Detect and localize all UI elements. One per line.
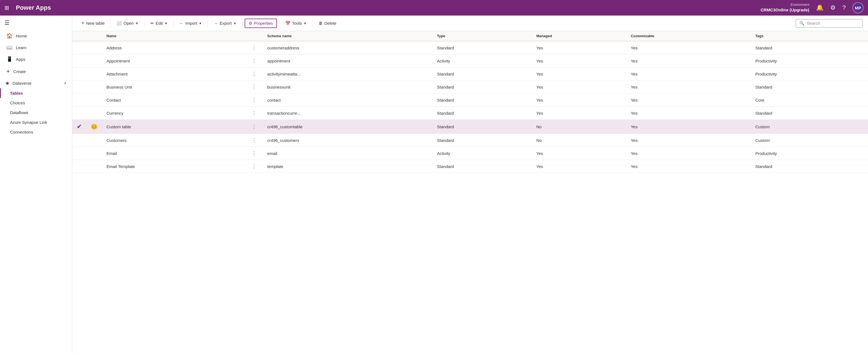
row-name-cell: Customers	[102, 134, 246, 147]
row-dots-cell[interactable]: ⋮	[246, 147, 263, 160]
row-schema-cell: template	[263, 160, 432, 173]
sidebar-item-home[interactable]: 🏠 Home	[0, 30, 72, 42]
avatar[interactable]: MP	[852, 2, 864, 13]
row-more-icon[interactable]: ⋮	[250, 97, 258, 103]
table-row[interactable]: Customers⋮cr496_customersStandardNoYesCu…	[72, 134, 868, 147]
create-icon: +	[6, 68, 10, 75]
open-icon: ⬜	[117, 21, 122, 26]
tools-button[interactable]: 📅 Tools ▼	[282, 19, 310, 28]
row-dots-cell[interactable]: ⋮	[246, 41, 263, 55]
help-icon[interactable]: ?	[842, 4, 846, 11]
new-table-button[interactable]: + New table	[78, 18, 108, 28]
col-type-header[interactable]: Type	[433, 31, 532, 41]
divider-6	[279, 20, 279, 27]
row-more-icon[interactable]: ⋮	[250, 137, 258, 144]
tools-icon: 📅	[285, 21, 290, 26]
table-row[interactable]: Attachment⋮activitymimeatta...StandardYe…	[72, 67, 868, 80]
row-managed-cell: Yes	[532, 55, 626, 67]
delete-button[interactable]: 🗑 Delete	[315, 19, 340, 28]
row-more-icon[interactable]: ⋮	[250, 110, 258, 116]
row-dots-cell[interactable]: ⋮	[246, 120, 263, 134]
table-area: Name Schema name Type Managed Customizab…	[72, 31, 868, 354]
row-dots-cell[interactable]: ⋮	[246, 67, 263, 80]
row-managed-cell: Yes	[532, 107, 626, 120]
sidebar-label-dataverse: Dataverse	[12, 81, 31, 85]
row-schema-cell: email	[263, 147, 432, 160]
import-button[interactable]: ← Import ▼	[176, 19, 206, 28]
sidebar-item-create[interactable]: + Create	[0, 65, 72, 78]
sidebar-label-dataflows: Dataflows	[10, 110, 28, 115]
col-schema-header[interactable]: Schema name	[263, 31, 432, 41]
row-dots-cell[interactable]: ⋮	[246, 134, 263, 147]
table-row[interactable]: Business Unit⋮businessunitStandardYesYes…	[72, 80, 868, 94]
row-check-cell	[72, 41, 86, 55]
sidebar-sub-connections[interactable]: Connections	[0, 127, 72, 137]
sidebar-label-learn: Learn	[16, 45, 26, 50]
sidebar: ☰ 🏠 Home 📖 Learn 📱 Apps + Create ◉ Datav…	[0, 15, 72, 354]
row-name-cell: Appointment	[102, 55, 246, 67]
sidebar-item-learn[interactable]: 📖 Learn	[0, 42, 72, 53]
table-row[interactable]: Contact⋮contactStandardYesYesCore	[72, 94, 868, 107]
row-check-cell	[72, 80, 86, 94]
row-emoji-cell	[86, 41, 102, 55]
sidebar-sub-tables[interactable]: Tables	[0, 88, 72, 98]
table-row[interactable]: Email⋮emailActivityYesYesProductivity	[72, 147, 868, 160]
environment-info[interactable]: Environment CRMC3Online (Upgrade)	[761, 3, 809, 12]
settings-icon[interactable]: ⚙	[830, 4, 836, 11]
row-more-icon[interactable]: ⋮	[250, 44, 258, 51]
search-box[interactable]: 🔍 Search	[796, 19, 862, 28]
table-row[interactable]: Email Template⋮templateStandardYesYesSta…	[72, 160, 868, 173]
col-customizable-header[interactable]: Customizable	[626, 31, 751, 41]
row-check-cell	[72, 67, 86, 80]
open-button[interactable]: ⬜ Open ▼	[113, 19, 142, 28]
grid-icon[interactable]: ⊞	[4, 4, 9, 11]
row-more-icon[interactable]: ⋮	[250, 123, 258, 130]
sidebar-item-apps[interactable]: 📱 Apps	[0, 53, 72, 65]
col-tags-header[interactable]: Tags	[751, 31, 868, 41]
bell-icon[interactable]: 🔔	[816, 4, 824, 11]
sidebar-label-tables: Tables	[10, 91, 23, 96]
row-dots-cell[interactable]: ⋮	[246, 160, 263, 173]
import-chevron-icon: ▼	[199, 22, 202, 25]
row-tags-cell: Productivity	[751, 67, 868, 80]
row-name-cell: Attachment	[102, 67, 246, 80]
row-more-icon[interactable]: ⋮	[250, 58, 258, 64]
dataverse-icon: ◉	[6, 80, 9, 85]
row-dots-cell[interactable]: ⋮	[246, 94, 263, 107]
row-check-cell	[72, 147, 86, 160]
col-managed-header[interactable]: Managed	[532, 31, 626, 41]
row-customizable-cell: Yes	[626, 147, 751, 160]
topbar: ⊞ Power Apps Environment CRMC3Online (Up…	[0, 0, 868, 15]
table-row[interactable]: Currency⋮transactioncurre...StandardYesY…	[72, 107, 868, 120]
row-dots-cell[interactable]: ⋮	[246, 55, 263, 67]
sidebar-sub-azure-synapse[interactable]: Azure Synapse Link	[0, 117, 72, 127]
col-dots-header	[246, 31, 263, 41]
row-more-icon[interactable]: ⋮	[250, 83, 258, 90]
edit-button[interactable]: ✏ Edit ▼	[147, 19, 171, 28]
chevron-up-icon: ∧	[64, 81, 66, 85]
row-emoji-cell	[86, 94, 102, 107]
row-tags-cell: Productivity	[751, 55, 868, 67]
table-row[interactable]: Address⋮customeraddressStandardYesYesSta…	[72, 41, 868, 55]
properties-icon: ⚙	[249, 21, 252, 26]
row-more-icon[interactable]: ⋮	[250, 71, 258, 77]
row-more-icon[interactable]: ⋮	[250, 150, 258, 156]
sidebar-sub-dataflows[interactable]: Dataflows	[0, 108, 72, 117]
col-name-header[interactable]: Name	[102, 31, 246, 41]
row-check-cell	[72, 55, 86, 67]
table-row[interactable]: Appointment⋮appointmentActivityYesYesPro…	[72, 55, 868, 67]
row-check-cell	[72, 94, 86, 107]
table-row[interactable]: ✔😊Custom table⋮cr496_customtableStandard…	[72, 120, 868, 134]
row-name-cell: Email	[102, 147, 246, 160]
row-customizable-cell: Yes	[626, 160, 751, 173]
sidebar-sub-choices[interactable]: Choices	[0, 98, 72, 108]
sidebar-toggle[interactable]: ☰	[0, 15, 72, 30]
properties-button[interactable]: ⚙ Properties	[245, 19, 277, 28]
row-customizable-cell: Yes	[626, 120, 751, 134]
row-more-icon[interactable]: ⋮	[250, 163, 258, 170]
row-dots-cell[interactable]: ⋮	[246, 107, 263, 120]
row-dots-cell[interactable]: ⋮	[246, 80, 263, 94]
export-button[interactable]: → Export ▼	[210, 19, 240, 28]
sidebar-item-dataverse[interactable]: ◉ Dataverse ∧	[0, 78, 72, 88]
toolbar: + New table ⬜ Open ▼ ✏ Edit ▼ ← Import ▼	[72, 15, 868, 31]
